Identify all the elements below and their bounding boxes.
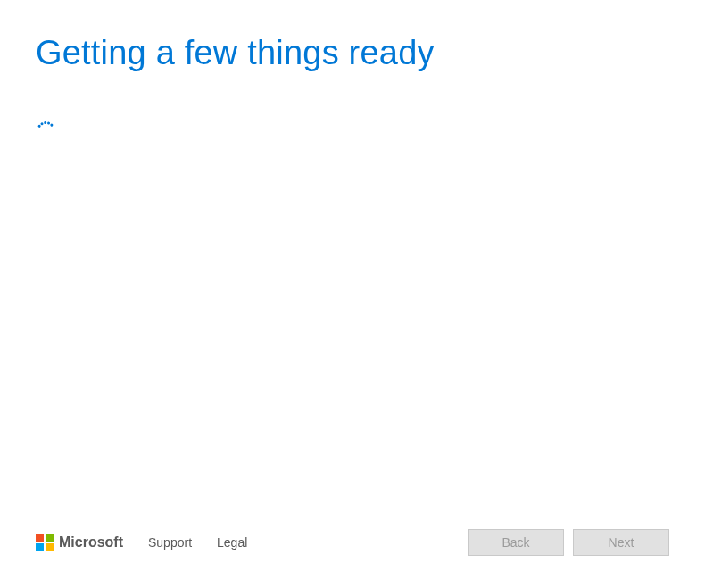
microsoft-logo-icon [36, 534, 54, 551]
back-button[interactable]: Back [468, 529, 564, 556]
footer-right: Back Next [468, 529, 669, 556]
microsoft-logo-text: Microsoft [59, 534, 123, 551]
support-link[interactable]: Support [148, 535, 192, 550]
loading-spinner-icon [36, 120, 55, 140]
header: Getting a few things ready [0, 0, 705, 72]
footer-left: Microsoft Support Legal [36, 534, 247, 551]
page-title: Getting a few things ready [36, 34, 669, 72]
footer: Microsoft Support Legal Back Next [0, 518, 705, 588]
microsoft-logo: Microsoft [36, 534, 123, 551]
next-button[interactable]: Next [573, 529, 669, 556]
legal-link[interactable]: Legal [217, 535, 247, 550]
